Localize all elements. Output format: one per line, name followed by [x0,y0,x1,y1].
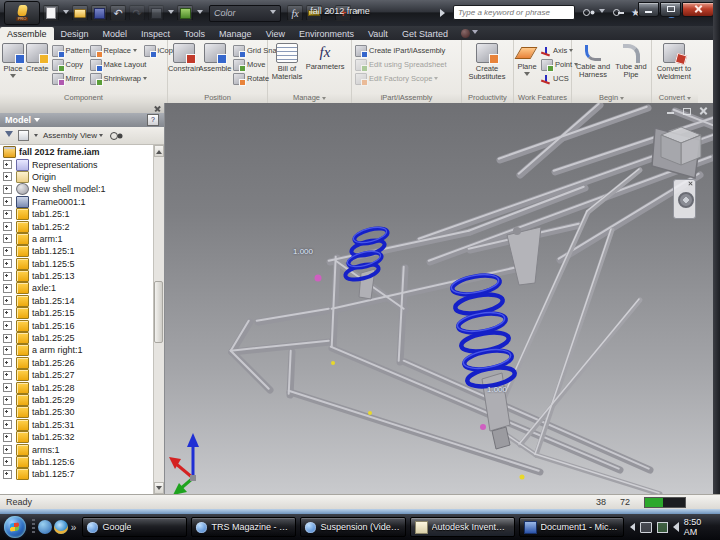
taskbar-button-google[interactable]: Google [82,517,187,537]
assembly-view-dropdown[interactable]: Assembly View [43,131,103,140]
replace-button[interactable]: Replace [88,44,142,57]
tree-item[interactable]: tab1.125:6 [0,456,153,468]
taskbar-button-suspension-video[interactable]: Suspension (Video T... [300,517,405,537]
parameters-button[interactable]: fx Parameters [305,42,345,92]
tab-assemble[interactable]: Assemble [0,27,54,40]
expand-icon[interactable] [3,222,12,231]
expand-icon[interactable] [3,346,12,355]
tree-item[interactable]: tab1.25:32 [0,431,153,443]
rotate-button[interactable]: Rotate [231,72,267,85]
new-button[interactable] [43,5,59,21]
tree-item-root[interactable]: fall 2012 frame.iam [0,146,153,158]
find-icon[interactable] [110,132,118,140]
tree-item[interactable]: a arm right:1 [0,344,153,356]
grid-snap-button[interactable]: Grid Snap [231,44,267,57]
expand-icon[interactable] [3,408,12,417]
filter-icon[interactable] [5,131,13,141]
tree-item[interactable]: tab1.25:30 [0,406,153,418]
tree-item[interactable]: Frame0001:1 [0,196,153,208]
graphics-viewport[interactable]: 1.000 1.000 [165,103,713,494]
panel-caption-manage[interactable]: Manage [268,93,351,103]
tab-vault[interactable]: Vault [361,27,395,40]
expand-icon[interactable] [3,185,12,194]
expand-icon[interactable] [3,445,12,454]
doc-minimize-icon[interactable] [665,106,678,116]
expand-icon[interactable] [3,234,12,243]
doc-close-icon[interactable] [697,106,710,116]
doc-restore-icon[interactable] [681,106,694,116]
scroll-down-button[interactable] [154,482,164,494]
tree-item[interactable]: tab1.25:26 [0,357,153,369]
mirror-button[interactable]: Mirror [50,72,88,85]
tree-item[interactable]: Origin [0,171,153,183]
taskbar-button-word-document[interactable]: Document1 - Micros... [519,517,624,537]
navbar-close-icon[interactable] [688,181,693,186]
expand-icon[interactable] [3,371,12,380]
copy-button[interactable]: Copy [50,58,88,71]
tree-item[interactable]: axle:1 [0,282,153,294]
tree-item[interactable]: tab1.25:14 [0,295,153,307]
volume-tray-icon[interactable] [673,522,679,532]
navigation-bar[interactable] [673,179,696,219]
expand-icon[interactable] [3,420,12,429]
tree-item[interactable]: tab1.25:1 [0,208,153,220]
expand-icon[interactable] [3,296,12,305]
display-tray-icon[interactable] [640,522,652,533]
expand-icon[interactable] [3,470,12,479]
convert-to-weldment-button[interactable]: Convert to Weldment [653,42,695,92]
tree-item[interactable]: tab1.25:2 [0,220,153,232]
tree-item[interactable]: tab1.25:27 [0,369,153,381]
tray-expand-icon[interactable] [626,523,635,531]
cable-and-harness-button[interactable]: Cable and Harness [573,42,613,92]
search-button[interactable] [579,6,594,19]
tree-item[interactable]: tab1.25:28 [0,381,153,393]
panel-caption-convert[interactable]: Convert [652,93,698,103]
ribbon-options-icon[interactable] [461,29,470,38]
panel-caption-work-features[interactable]: Work Features [514,93,571,103]
dimension-label[interactable]: 1.000 [293,247,313,256]
ribbon-options-arrow[interactable] [472,30,478,37]
pattern-button[interactable]: Pattern [50,44,88,57]
maximize-button[interactable] [660,2,681,17]
edit-using-spreadsheet-button[interactable]: Edit using Spreadsheet [353,58,459,71]
tab-tools[interactable]: Tools [177,27,212,40]
print-button[interactable] [148,5,164,21]
panel-caption-productivity[interactable]: Productivity [462,93,513,103]
tab-environments[interactable]: Environments [292,27,361,40]
network-tray-icon[interactable] [657,522,668,533]
tab-design[interactable]: Design [54,27,96,40]
quick-launch-ie-icon[interactable] [54,520,68,534]
assemble-button[interactable]: Assemble [199,42,231,92]
update-button[interactable] [177,5,193,21]
tube-and-pipe-button[interactable]: Tube and Pipe [613,42,649,92]
expand-icon[interactable] [3,309,12,318]
undo-button[interactable]: ↶ [110,5,126,21]
dimension-label[interactable]: 1.000 [487,385,507,394]
scroll-up-button[interactable] [154,145,164,157]
place-button[interactable]: Place [1,42,25,92]
browser-help-icon[interactable]: ? [147,114,159,126]
print-dropdown-arrow[interactable] [168,10,174,17]
edit-factory-scope-button[interactable]: Edit Factory Scope [353,72,459,85]
browser-title-dropdown-arrow[interactable] [34,118,40,125]
constrain-button[interactable]: Constrain [169,42,199,92]
browser-header[interactable]: Model ? [0,113,164,127]
expand-icon[interactable] [3,247,12,256]
make-layout-button[interactable]: Make Layout [88,58,142,71]
panel-caption-component[interactable]: Component [0,93,167,103]
tree-item[interactable]: tab1.25:13 [0,270,153,282]
move-button[interactable]: Move [231,58,267,71]
minimize-button[interactable] [638,2,659,17]
bill-of-materials-button[interactable]: Bill of Materials [269,42,305,92]
tab-view[interactable]: View [259,27,292,40]
tree-item[interactable]: tab1.25:16 [0,319,153,331]
tree-scrollbar[interactable] [153,145,164,494]
expand-icon[interactable] [3,284,12,293]
expand-icon[interactable] [3,160,12,169]
tab-manage[interactable]: Manage [212,27,259,40]
expand-icon[interactable] [3,358,12,367]
expand-icon[interactable] [3,383,12,392]
tree-item[interactable]: tab1.125:5 [0,258,153,270]
tree-item[interactable]: tab1.25:29 [0,394,153,406]
point-button[interactable]: Point [539,58,569,71]
